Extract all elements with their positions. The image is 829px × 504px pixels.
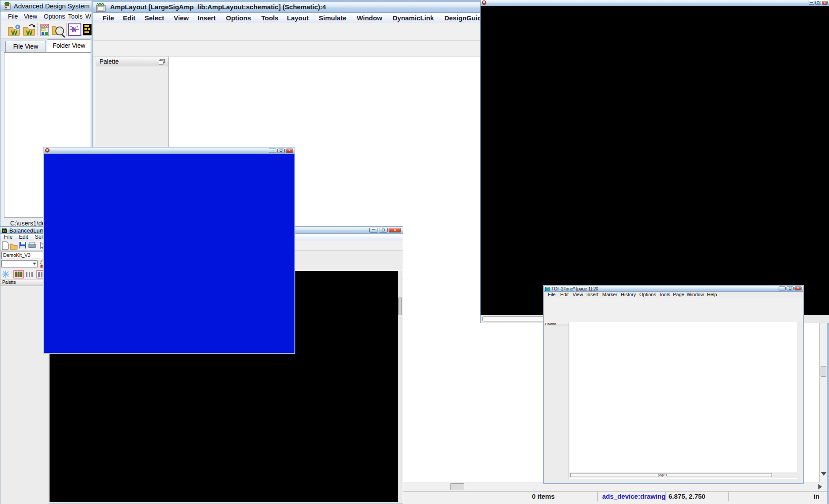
svg-text:W: W — [26, 29, 33, 36]
svg-text:W: W — [11, 29, 18, 36]
